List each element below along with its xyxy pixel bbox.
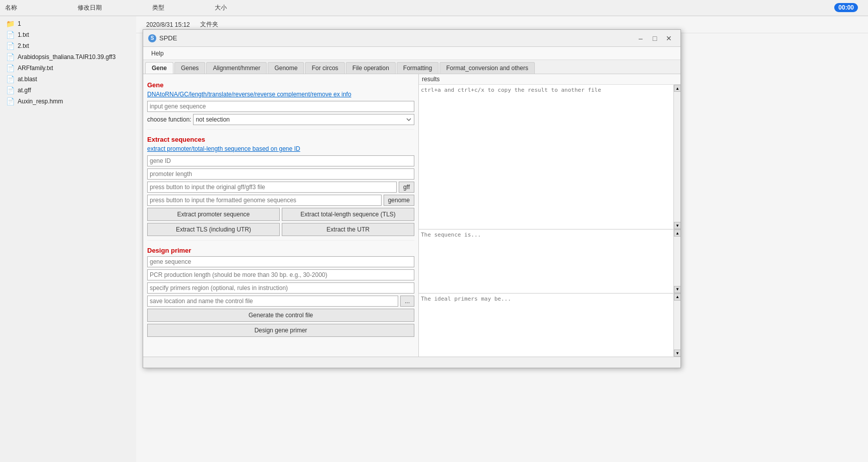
gene-input-row xyxy=(147,101,414,112)
primers-region-input[interactable] xyxy=(147,282,414,294)
gene-section-title: Gene xyxy=(147,81,414,89)
tabs-bar: Gene Genes Alignment/hmmer Genome For ci… xyxy=(143,60,680,74)
item-name: 2.txt xyxy=(18,42,29,49)
gff-input-row: gff xyxy=(147,182,414,193)
list-item[interactable]: 📄 Auxin_resp.hmm xyxy=(0,96,136,107)
item-name: 1 xyxy=(18,20,21,27)
scroll-down-arrow-2[interactable]: ▼ xyxy=(674,286,680,293)
main-panel: Gene DNAtoRNA/GC/length/translate/revers… xyxy=(143,74,418,357)
primer-results-scrollbar[interactable]: ▲ ▼ xyxy=(673,294,680,357)
extract-tls-utr-button[interactable]: Extract TLS (including UTR) xyxy=(147,223,280,236)
item-name: 1.txt xyxy=(18,31,29,38)
save-location-row: ... xyxy=(147,296,414,307)
extract-tls-button[interactable]: Extract total-length sequence (TLS) xyxy=(282,208,414,221)
extract-promoter-button[interactable]: Extract promoter sequence xyxy=(147,208,280,221)
extract-btn-row-2: Extract TLS (including UTR) Extract the … xyxy=(147,223,414,236)
col-modified: 修改日期 xyxy=(78,4,102,12)
primer-gene-seq-input[interactable] xyxy=(147,256,414,267)
file-icon: 📄 xyxy=(6,42,15,50)
right-results-panel: results ▲ ▼ ▲ ▼ xyxy=(418,74,680,357)
generate-control-button[interactable]: Generate the control file xyxy=(147,309,414,322)
tab-formatting[interactable]: Formatting xyxy=(397,62,439,74)
list-item[interactable]: 📄 at.gff xyxy=(0,85,136,96)
save-location-input[interactable] xyxy=(147,296,398,307)
promoter-length-input[interactable] xyxy=(147,168,414,180)
menu-bar: Help xyxy=(143,47,680,60)
fm-header: 名称 修改日期 类型 大小 xyxy=(0,0,868,16)
item-name: at.gff xyxy=(18,87,31,94)
scroll-down-arrow[interactable]: ▼ xyxy=(674,222,680,229)
list-item[interactable]: 📁 1 xyxy=(0,18,136,29)
col-size: 大小 xyxy=(215,4,227,12)
col-type: 类型 xyxy=(152,4,164,12)
status-bar xyxy=(143,357,680,368)
list-item[interactable]: 📄 at.blast xyxy=(0,74,136,85)
gene-results-textarea[interactable] xyxy=(419,85,673,229)
spde-window: S SPDE – □ ✕ Help Gene Genes Alignment/h… xyxy=(143,29,681,368)
maximize-button[interactable]: □ xyxy=(648,33,661,44)
genome-button[interactable]: genome xyxy=(384,195,414,206)
results-label: results xyxy=(422,76,440,83)
window-title: SPDE xyxy=(159,34,634,42)
primer-section: Design primer ... Generate the control f… xyxy=(147,240,414,337)
choose-function-label: choose function: xyxy=(147,116,191,123)
fm-sidebar: 📁 1 📄 1.txt 📄 2.txt 📄 Arabidopsis_thalia… xyxy=(0,16,136,462)
content-type: 文件夹 xyxy=(200,20,218,29)
col-name: 名称 xyxy=(5,4,17,12)
tab-alignment[interactable]: Alignment/hmmer xyxy=(206,62,267,74)
extract-section: Extract sequences extract promoter/total… xyxy=(147,129,414,236)
extract-results-scrollbar[interactable]: ▲ ▼ xyxy=(673,229,680,293)
primer-results-textarea[interactable] xyxy=(419,294,673,357)
gff-file-input[interactable] xyxy=(147,182,397,193)
window-body: Gene DNAtoRNA/GC/length/translate/revers… xyxy=(143,74,680,357)
tab-gene[interactable]: Gene xyxy=(145,62,173,74)
extract-section-title: Extract sequences xyxy=(147,136,414,143)
minimize-button[interactable]: – xyxy=(634,33,647,44)
genome-file-input[interactable] xyxy=(147,195,382,206)
primer-section-title: Design primer xyxy=(147,247,414,254)
extract-utr-button[interactable]: Extract the UTR xyxy=(282,223,414,236)
tab-genes[interactable]: Genes xyxy=(174,62,205,74)
file-icon: 📄 xyxy=(6,31,15,39)
gene-section-link[interactable]: DNAtoRNA/GC/length/translate/reverse/rev… xyxy=(147,91,414,98)
function-dropdown[interactable]: not selection DNA to RNA GC content sequ… xyxy=(193,114,414,125)
file-icon: 📄 xyxy=(6,53,15,61)
list-item[interactable]: 📄 ARFfamily.txt xyxy=(0,63,136,74)
gff-button[interactable]: gff xyxy=(399,182,414,193)
timer-badge: 00:00 xyxy=(834,3,858,12)
window-controls: – □ ✕ xyxy=(634,33,675,44)
tab-circos[interactable]: For circos xyxy=(305,62,345,74)
extract-btn-row-1: Extract promoter sequence Extract total-… xyxy=(147,208,414,221)
file-icon: 📄 xyxy=(6,75,15,83)
file-icon: 📄 xyxy=(6,86,15,94)
list-item[interactable]: 📄 2.txt xyxy=(0,40,136,51)
item-name: at.blast xyxy=(18,76,37,83)
file-icon: 📄 xyxy=(6,97,15,105)
pcr-length-input[interactable] xyxy=(147,269,414,280)
close-button[interactable]: ✕ xyxy=(662,33,675,44)
extract-results-textarea[interactable] xyxy=(419,229,673,293)
item-name: Arabidopsis_thaliana.TAIR10.39.gff3 xyxy=(18,53,115,61)
primer-btn-row-1: Generate the control file xyxy=(147,309,414,322)
menu-help[interactable]: Help xyxy=(147,49,168,58)
list-item[interactable]: 📄 1.txt xyxy=(0,29,136,40)
tab-file-operation[interactable]: File operation xyxy=(346,62,396,74)
design-primer-button[interactable]: Design gene primer xyxy=(147,324,414,337)
scroll-up-arrow-3[interactable]: ▲ xyxy=(674,294,680,301)
scroll-up-arrow[interactable]: ▲ xyxy=(674,85,680,92)
scroll-down-arrow-3[interactable]: ▼ xyxy=(674,350,680,357)
file-icon: 📄 xyxy=(6,64,15,72)
list-item[interactable]: 📄 Arabidopsis_thaliana.TAIR10.39.gff3 xyxy=(0,51,136,63)
browse-button[interactable]: ... xyxy=(400,296,414,307)
gene-sequence-input[interactable] xyxy=(147,101,414,112)
content-date: 2020/8/31 15:12 xyxy=(146,21,190,28)
tab-genome[interactable]: Genome xyxy=(268,62,304,74)
scroll-up-arrow-2[interactable]: ▲ xyxy=(674,229,680,237)
window-titlebar: S SPDE – □ ✕ xyxy=(143,30,680,47)
gene-id-input[interactable] xyxy=(147,155,414,166)
function-row: choose function: not selection DNA to RN… xyxy=(147,114,414,125)
genome-input-row: genome xyxy=(147,195,414,206)
gene-results-scrollbar[interactable]: ▲ ▼ xyxy=(673,85,680,229)
tab-format-conversion[interactable]: Format_conversion and others xyxy=(440,62,535,74)
extract-section-link[interactable]: extract promoter/total-length sequence b… xyxy=(147,145,414,152)
